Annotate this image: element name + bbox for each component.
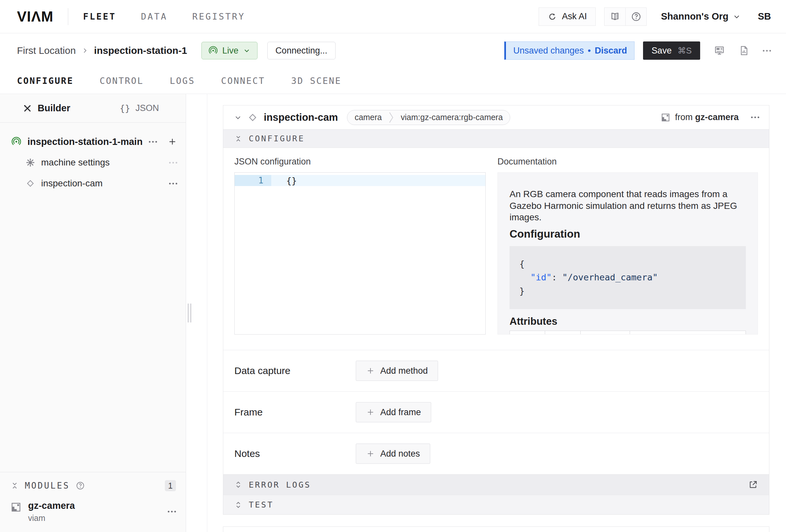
- separator-dot: •: [588, 46, 591, 56]
- docs-book-icon[interactable]: [604, 8, 625, 25]
- modules-header[interactable]: MODULES 1: [0, 472, 186, 499]
- builder-json-toggle: Builder {} JSON: [0, 94, 186, 123]
- add-frame-button[interactable]: Add frame: [356, 402, 431, 422]
- code-line: {: [519, 257, 736, 271]
- external-link-icon[interactable]: [748, 480, 758, 490]
- modules-count-badge: 1: [165, 480, 176, 491]
- configure-section-label: CONFIGURE: [249, 134, 304, 143]
- notes-section: Notes Add notes: [223, 433, 769, 474]
- config-sidebar: Builder {} JSON inspection-station-1-mai…: [0, 94, 186, 532]
- data-capture-label: Data capture: [234, 365, 356, 376]
- test-bar[interactable]: TEST: [223, 495, 769, 514]
- add-component-icon[interactable]: [167, 137, 177, 146]
- viam-logo[interactable]: VIΛM: [17, 8, 53, 25]
- module-icon: [10, 502, 22, 513]
- documentation-panel[interactable]: An RGB camera component that reads image…: [498, 172, 758, 334]
- documentation-label: Documentation: [498, 157, 758, 167]
- editor-code-line[interactable]: {}: [271, 175, 485, 186]
- plus-icon: [366, 449, 375, 458]
- json-config-label: JSON configuration: [234, 157, 486, 167]
- component-more-menu[interactable]: [751, 117, 759, 118]
- from-label: from: [675, 112, 693, 122]
- nav-tab-registry[interactable]: REGISTRY: [192, 11, 245, 22]
- live-status-dropdown[interactable]: Live: [201, 42, 257, 60]
- discard-button[interactable]: Discard: [595, 46, 627, 56]
- attributes-table-cell: [581, 331, 630, 334]
- help-icon-group: [604, 7, 647, 26]
- builder-toggle[interactable]: Builder: [0, 94, 93, 122]
- tree-item-label: inspection-cam: [41, 178, 102, 189]
- connecting-button[interactable]: Connecting...: [267, 42, 336, 60]
- tab-logs[interactable]: LOGS: [170, 76, 195, 86]
- builder-tools-icon: [23, 103, 32, 113]
- tree-item-machine-settings[interactable]: machine settings: [0, 152, 186, 173]
- test-label: TEST: [249, 500, 274, 509]
- code-line: }: [519, 284, 736, 298]
- user-avatar[interactable]: SB: [758, 11, 771, 22]
- json-toggle-label: JSON: [136, 103, 159, 113]
- builder-label: Builder: [38, 103, 70, 114]
- machine-more-menu[interactable]: [763, 50, 771, 51]
- ask-ai-button[interactable]: Ask AI: [538, 7, 596, 26]
- from-module: from gz-camera: [661, 112, 739, 122]
- notes-label: Notes: [234, 448, 356, 459]
- org-switcher[interactable]: Shannon's Org: [661, 11, 741, 22]
- attributes-table-cell: [630, 331, 745, 334]
- configure-section-bar[interactable]: CONFIGURE: [223, 129, 769, 148]
- component-card-inspection-cam: inspection-cam camera viam:gz-camera:rgb…: [223, 105, 769, 515]
- add-method-button[interactable]: Add method: [356, 361, 438, 381]
- plus-icon: [366, 366, 375, 375]
- module-list-item[interactable]: gz-camera viam: [0, 499, 186, 532]
- top-nav: VIΛM FLEET DATA REGISTRY Ask AI: [0, 0, 786, 33]
- machine-page-tabs: CONFIGURE CONTROL LOGS CONNECT 3D SCENE: [0, 68, 786, 94]
- help-circle-icon[interactable]: [76, 481, 85, 490]
- monitor-icon[interactable]: [714, 45, 725, 56]
- breadcrumb-location[interactable]: First Location: [17, 45, 76, 56]
- documentation-code-block: { "id": "/overhead_camera" }: [510, 246, 746, 309]
- report-icon[interactable]: [739, 45, 749, 56]
- error-logs-bar[interactable]: ERROR LOGS: [223, 474, 769, 495]
- tree-item-label: machine settings: [41, 157, 110, 168]
- tab-3d-scene[interactable]: 3D SCENE: [291, 76, 342, 86]
- component-model: viam:gz-camera:rgb-camera: [394, 113, 510, 122]
- error-logs-label: ERROR LOGS: [249, 480, 311, 490]
- json-toggle[interactable]: {} JSON: [93, 94, 186, 122]
- connecting-label: Connecting...: [276, 46, 327, 56]
- tree-item-machine-main[interactable]: inspection-station-1-main: [0, 131, 186, 152]
- save-button[interactable]: Save ⌘S: [643, 42, 700, 60]
- machine-settings-more-menu[interactable]: [169, 162, 177, 163]
- json-config-editor[interactable]: 1 {}: [234, 172, 486, 334]
- gear-icon: [25, 158, 35, 167]
- modules-section: MODULES 1: [0, 472, 186, 532]
- tab-configure[interactable]: CONFIGURE: [17, 76, 73, 86]
- frame-label: Frame: [234, 407, 356, 418]
- tree-item-inspection-cam[interactable]: inspection-cam: [0, 173, 186, 194]
- expand-icon: [234, 481, 242, 489]
- config-content: inspection-cam camera viam:gz-camera:rgb…: [207, 94, 786, 532]
- documentation-attributes-heading: Attributes: [510, 316, 746, 327]
- machine-part-more-menu[interactable]: [149, 141, 157, 143]
- component-tree: inspection-station-1-main machine settin…: [0, 123, 186, 194]
- drag-handle-icon[interactable]: [188, 303, 191, 322]
- diamond-icon: [25, 179, 35, 188]
- module-card-gz-camera: gz-camera by viam module Registry: [223, 527, 769, 532]
- nav-tab-fleet[interactable]: FLEET: [83, 11, 116, 22]
- editor-line-number: 1: [235, 175, 271, 186]
- frame-section: Frame Add frame: [223, 391, 769, 433]
- machine-bar-icons: [714, 45, 771, 56]
- add-notes-button[interactable]: Add notes: [356, 443, 430, 464]
- nav-tab-data[interactable]: DATA: [141, 11, 167, 22]
- sidebar-resizer[interactable]: [186, 94, 207, 532]
- module-more-menu[interactable]: [168, 511, 176, 512]
- chevron-down-icon: [733, 13, 741, 21]
- chevron-down-icon[interactable]: [234, 113, 242, 122]
- tab-connect[interactable]: CONNECT: [221, 76, 265, 86]
- code-line: "id": "/overhead_camera": [519, 271, 736, 284]
- from-module-name: gz-camera: [695, 112, 739, 122]
- breadcrumb-chevron-icon: [81, 47, 89, 54]
- tab-control[interactable]: CONTROL: [99, 76, 144, 86]
- inspection-cam-more-menu[interactable]: [169, 183, 177, 184]
- collapse-icon: [234, 135, 242, 143]
- save-shortcut: ⌘S: [678, 46, 692, 56]
- help-icon[interactable]: [625, 8, 646, 25]
